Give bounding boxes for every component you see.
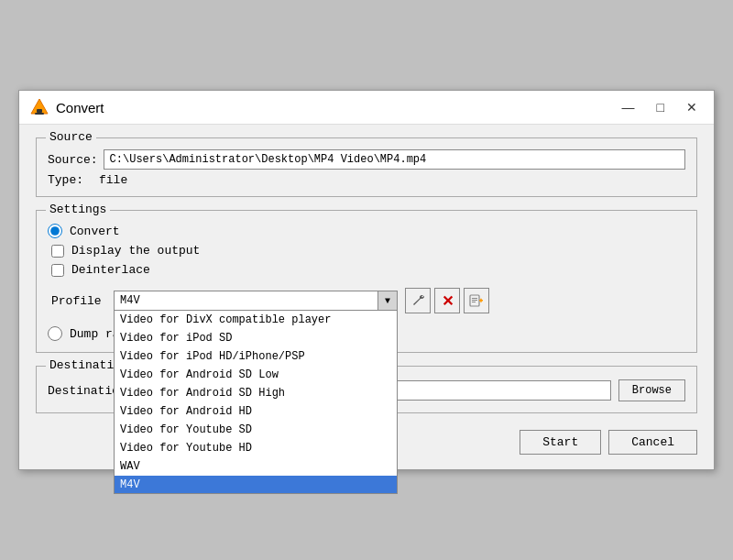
- profile-buttons: ✕: [405, 288, 489, 313]
- profile-new-button[interactable]: [464, 288, 489, 313]
- svg-rect-1: [37, 109, 42, 113]
- type-value: file: [99, 173, 127, 187]
- dropdown-item[interactable]: Video for Youtube SD: [115, 421, 397, 439]
- svg-rect-4: [472, 298, 477, 299]
- display-checkbox-row: Display the output: [51, 244, 685, 258]
- new-profile-icon: [469, 293, 484, 308]
- profile-display[interactable]: M4V: [114, 291, 398, 311]
- cancel-button[interactable]: Cancel: [608, 430, 697, 455]
- dropdown-item[interactable]: Video for iPod HD/iPhone/PSP: [115, 347, 397, 366]
- settings-group: Settings Convert Display the output Dein…: [36, 210, 697, 353]
- source-group: Source Source: Type: file: [36, 137, 697, 197]
- profile-row: Profile M4V ▼ Video for DivX compatible …: [51, 288, 685, 313]
- close-button[interactable]: ✕: [681, 98, 703, 116]
- svg-rect-8: [480, 299, 482, 302]
- type-row: Type: file: [48, 173, 685, 187]
- dropdown-item[interactable]: Video for iPod SD: [115, 329, 397, 347]
- svg-rect-2: [35, 113, 44, 115]
- svg-rect-5: [472, 300, 477, 301]
- dropdown-item[interactable]: Video for DivX compatible player: [115, 311, 397, 329]
- wrench-icon: [411, 294, 424, 307]
- source-input[interactable]: [104, 149, 685, 170]
- minimize-button[interactable]: —: [617, 98, 640, 116]
- title-bar-controls: — □ ✕: [617, 98, 703, 116]
- profile-settings-button[interactable]: [405, 288, 431, 313]
- deinterlace-checkbox[interactable]: [51, 264, 64, 277]
- convert-radio[interactable]: [48, 224, 62, 238]
- window-title: Convert: [56, 100, 104, 115]
- dropdown-item[interactable]: WAV: [115, 457, 397, 476]
- source-group-label: Source: [46, 130, 96, 144]
- svg-rect-6: [472, 302, 476, 302]
- source-label: Source:: [48, 153, 98, 167]
- start-button[interactable]: Start: [520, 430, 601, 455]
- deinterlace-checkbox-row: Deinterlace: [51, 263, 685, 277]
- profile-delete-button[interactable]: ✕: [434, 288, 460, 313]
- display-checkbox[interactable]: [51, 245, 64, 258]
- window-content: Source Source: Type: file Settings Conve…: [19, 125, 714, 469]
- dropdown-item-selected[interactable]: M4V: [115, 476, 397, 494]
- deinterlace-checkbox-label[interactable]: Deinterlace: [71, 263, 150, 277]
- convert-radio-row: Convert: [48, 224, 685, 238]
- dropdown-item[interactable]: Video for Youtube HD: [115, 439, 397, 457]
- maximize-button[interactable]: □: [651, 98, 670, 116]
- profile-label: Profile: [51, 294, 106, 308]
- dump-radio[interactable]: [48, 326, 62, 341]
- profile-dropdown: Video for DivX compatible player Video f…: [114, 311, 398, 494]
- source-row: Source:: [48, 149, 685, 170]
- title-bar: Convert — □ ✕: [19, 91, 714, 125]
- vlc-icon: [30, 98, 49, 116]
- browse-button[interactable]: Browse: [618, 379, 685, 401]
- dropdown-list: Video for DivX compatible player Video f…: [114, 311, 398, 494]
- display-checkbox-label[interactable]: Display the output: [71, 244, 200, 258]
- type-label: Type:: [48, 173, 93, 187]
- title-bar-left: Convert: [30, 98, 104, 116]
- dropdown-item[interactable]: Video for Android SD High: [115, 384, 397, 402]
- profile-select-wrapper: M4V ▼ Video for DivX compatible player V…: [114, 291, 398, 311]
- dropdown-item[interactable]: Video for Android HD: [115, 402, 397, 421]
- convert-radio-label[interactable]: Convert: [70, 225, 120, 238]
- convert-window: Convert — □ ✕ Source Source: Type: file …: [18, 90, 715, 470]
- settings-group-label: Settings: [46, 203, 110, 216]
- dropdown-item[interactable]: Video for Android SD Low: [115, 366, 397, 384]
